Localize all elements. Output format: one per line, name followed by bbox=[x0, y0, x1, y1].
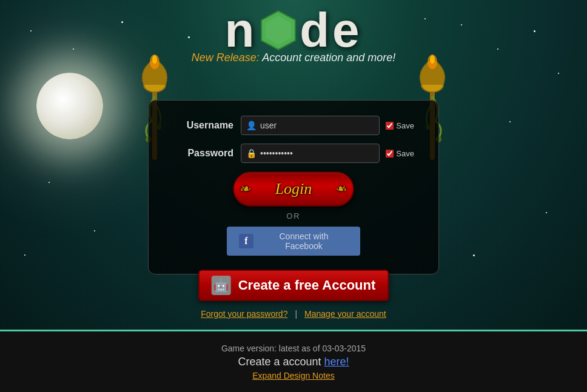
footer-links: Forgot your password? | Manage your acco… bbox=[201, 309, 386, 319]
moon bbox=[36, 73, 103, 139]
user-icon: 👤 bbox=[246, 121, 257, 130]
create-account-here-link[interactable]: here! bbox=[324, 356, 349, 368]
password-save-label[interactable]: Save bbox=[386, 149, 414, 158]
logo: n de bbox=[224, 6, 362, 55]
tagline-rest: Account creation and more! bbox=[260, 51, 395, 64]
logo-de: de bbox=[300, 6, 362, 55]
username-save-text: Save bbox=[396, 121, 414, 130]
expand-design-notes-link[interactable]: Expand Design Notes bbox=[252, 371, 334, 380]
star bbox=[94, 230, 95, 231]
logo-n: n bbox=[224, 6, 257, 55]
username-row: Username 👤 Save bbox=[173, 116, 414, 135]
username-label: Username bbox=[173, 120, 233, 131]
logo-hex-container bbox=[257, 8, 300, 52]
star bbox=[509, 121, 511, 122]
star bbox=[558, 73, 559, 74]
game-version: Game version: latest as of 03-03-2015 bbox=[221, 344, 366, 353]
password-input[interactable] bbox=[260, 144, 374, 162]
username-input-wrapper: 👤 bbox=[241, 116, 380, 135]
username-input[interactable] bbox=[260, 116, 374, 135]
bottom-bar: Game version: latest as of 03-03-2015 Cr… bbox=[0, 331, 587, 392]
facebook-icon: f bbox=[239, 234, 253, 248]
username-save-checkbox[interactable] bbox=[386, 122, 394, 130]
svg-point-5 bbox=[152, 55, 157, 64]
robot-icon: 🤖 bbox=[212, 276, 231, 295]
or-divider: OR bbox=[173, 211, 414, 221]
facebook-button[interactable]: f Connect with Facebook bbox=[227, 227, 360, 256]
create-account-button[interactable]: 🤖 Create a free Account bbox=[198, 270, 389, 301]
star bbox=[24, 254, 25, 256]
create-account-text: Create a account here! bbox=[238, 356, 349, 368]
create-account-label: Create a free Account bbox=[238, 277, 376, 293]
tagline-highlight: New Release: bbox=[192, 51, 260, 64]
svg-point-11 bbox=[430, 55, 435, 64]
star bbox=[49, 182, 50, 183]
lock-icon: 🔒 bbox=[246, 148, 257, 158]
create-account-area: 🤖 Create a free Account bbox=[198, 270, 389, 301]
manage-account-link[interactable]: Manage your account bbox=[304, 309, 386, 319]
login-box: Username 👤 Save Password 🔒 Save bbox=[148, 100, 439, 274]
login-button[interactable]: Login bbox=[233, 171, 354, 207]
tagline: New Release: Account creation and more! bbox=[0, 51, 587, 64]
logo-area: n de New Release: Account creation and m… bbox=[0, 6, 587, 64]
forgot-password-link[interactable]: Forgot your password? bbox=[201, 309, 287, 319]
login-button-wrapper: Login bbox=[173, 171, 414, 207]
footer-separator: | bbox=[295, 309, 297, 319]
star bbox=[473, 254, 475, 256]
star bbox=[546, 212, 547, 213]
logo-hex-svg bbox=[257, 8, 300, 52]
password-input-wrapper: 🔒 bbox=[241, 144, 380, 163]
username-save-label[interactable]: Save bbox=[386, 121, 414, 130]
password-save-checkbox[interactable] bbox=[386, 150, 394, 158]
password-save-text: Save bbox=[396, 149, 414, 158]
main-background: n de New Release: Account creation and m… bbox=[0, 0, 587, 331]
password-row: Password 🔒 Save bbox=[173, 144, 414, 163]
facebook-button-label: Connect with Facebook bbox=[260, 231, 348, 251]
facebook-button-container: f Connect with Facebook bbox=[173, 227, 414, 256]
create-account-prefix: Create a account bbox=[238, 356, 324, 368]
password-label: Password bbox=[173, 148, 233, 159]
